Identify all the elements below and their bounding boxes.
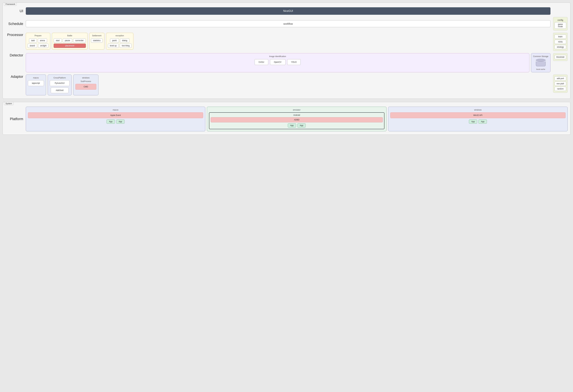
- image-id-group: Image Identification CnOcr OpenCV YOLO: [26, 53, 529, 72]
- platform-windows-group: windows Win32 API App App: [388, 107, 568, 131]
- schedule-label: Schedule: [5, 22, 23, 26]
- local-cache-label: local cache: [536, 68, 545, 70]
- placement-button[interactable]: placement: [54, 44, 86, 48]
- dialog-button[interactable]: dialog: [120, 38, 129, 43]
- processor-row: Processor Prepare task arena award arcli…: [5, 33, 568, 51]
- surrender-button[interactable]: surrender: [73, 38, 86, 43]
- prepare-buttons-row2: award arclight: [28, 44, 49, 48]
- minis-button[interactable]: minis: [555, 40, 566, 44]
- statistics-button[interactable]: statistics: [91, 38, 103, 43]
- platform-content: Platform macos Apple Event App App emula…: [5, 107, 568, 131]
- ui-label: UI: [5, 9, 23, 13]
- detector-groups: Image Identification CnOcr OpenCV YOLO C…: [26, 53, 551, 72]
- detector-side: threshold: [553, 53, 568, 72]
- win32api-button[interactable]: Win32 API: [390, 112, 566, 118]
- nicegui-bar[interactable]: NiceGUI: [26, 7, 551, 15]
- android-inner: Android ADBD App App: [209, 112, 384, 129]
- windows-app1-button[interactable]: App: [469, 120, 477, 124]
- battle-group: Battle start pause surrender placement: [52, 33, 87, 50]
- platform-macos-title: macos: [113, 109, 118, 111]
- emulator-app-buttons: App App: [288, 123, 306, 128]
- macos-app1-button[interactable]: App: [107, 120, 115, 124]
- adbshell-button[interactable]: AdbShell: [51, 87, 69, 93]
- adaptor-windows-title: windows: [82, 77, 90, 79]
- workflow-bar[interactable]: workflow: [26, 20, 551, 27]
- threshold-button[interactable]: threshold: [555, 55, 566, 59]
- prepare-buttons-row1: task arena: [28, 38, 49, 43]
- adaptor-row: Adaptor macos appscript CrossPlatform Py…: [5, 74, 568, 95]
- adaptor-side: adb port exe ptah random: [553, 74, 568, 95]
- apple-event-button[interactable]: Apple Event: [28, 112, 203, 118]
- adaptor-windows-group: windows SubProcess CMD: [73, 74, 98, 95]
- lost-thing-button[interactable]: lost thing: [120, 44, 132, 48]
- opencv-button[interactable]: OpenCV: [270, 59, 286, 65]
- pyautogui-button[interactable]: PyAutoGUI: [50, 80, 70, 86]
- settlement-buttons: statistics: [91, 38, 103, 43]
- platform-emulator-group: emulator Android ADBD App App: [207, 107, 386, 131]
- adaptor-main: macos appscript CrossPlatform PyAutoGUI …: [26, 74, 551, 95]
- platform-label: Platform: [5, 117, 23, 121]
- pause-button[interactable]: pause: [63, 38, 72, 43]
- macos-app2-button[interactable]: App: [116, 120, 125, 124]
- battle-title: Battle: [54, 35, 86, 37]
- config-title: config: [558, 19, 563, 21]
- arclight-button[interactable]: arclight: [38, 44, 49, 48]
- adaptor-config-panel: adb port exe ptah random: [553, 74, 568, 93]
- battle-buttons-row1: start pause surrender: [54, 38, 86, 43]
- prepare-group: Prepare task arena award arclight: [26, 33, 50, 50]
- exception-buttons-row1: panic dialog: [108, 38, 132, 43]
- config-panel-box: config game mode: [553, 17, 568, 31]
- adb-port-button[interactable]: adb port: [555, 76, 566, 81]
- award-button[interactable]: award: [28, 44, 37, 48]
- processor-config-panel: team minis strategy: [553, 33, 568, 51]
- strategy-button[interactable]: strategy: [555, 45, 566, 49]
- processor-label: Processor: [5, 33, 23, 51]
- common-storage-title: Common Storage: [533, 55, 548, 57]
- adaptor-label: Adaptor: [5, 74, 23, 95]
- image-id-buttons: CnOcr OpenCV YOLO: [28, 59, 527, 65]
- start-button[interactable]: start: [54, 38, 62, 43]
- system-section: System Platform macos Apple Event App Ap…: [3, 102, 570, 135]
- emulator-app1-button[interactable]: App: [288, 123, 296, 128]
- schedule-main: workflow: [26, 20, 551, 27]
- prepare-title: Prepare: [28, 35, 49, 37]
- task-button[interactable]: task: [29, 38, 37, 43]
- system-tag: System: [4, 102, 14, 105]
- detector-label: Detector: [5, 53, 23, 72]
- adaptor-subprocess-label: SubProcess: [81, 80, 91, 83]
- adaptor-macos-group: macos appscript: [26, 74, 46, 95]
- exception-buttons-row2: level up lost thing: [108, 44, 132, 48]
- processor-groups: Prepare task arena award arclight Battle: [26, 33, 551, 50]
- disk-body: [536, 61, 546, 66]
- game-mode-button[interactable]: game mode: [555, 22, 566, 29]
- windows-app-buttons: App App: [469, 120, 487, 124]
- common-storage-group: Common Storage local cache: [531, 53, 551, 72]
- adbd-button[interactable]: ADBD: [211, 117, 383, 122]
- schedule-row: Schedule workflow config game mode: [5, 17, 568, 31]
- platform-macos-group: macos Apple Event App App: [26, 107, 205, 131]
- platform-windows-title: windows: [474, 109, 482, 111]
- yolo-button[interactable]: YOLO: [287, 59, 301, 65]
- adaptor-macos-title: macos: [33, 77, 39, 79]
- level-up-button[interactable]: level up: [108, 44, 119, 48]
- platform-emulator-title: emulator: [293, 109, 301, 111]
- random-button[interactable]: random: [555, 87, 566, 91]
- appscript-button[interactable]: appscript: [28, 80, 44, 86]
- panic-button[interactable]: panic: [110, 38, 119, 43]
- adaptor-cross-group: CrossPlatform PyAutoGUI AdbShell: [48, 74, 72, 95]
- detector-main: Image Identification CnOcr OpenCV YOLO C…: [26, 53, 551, 72]
- windows-app2-button[interactable]: App: [479, 120, 487, 124]
- ui-main: NiceGUI: [26, 7, 551, 15]
- cnocr-button[interactable]: CnOcr: [254, 59, 268, 65]
- storage-icon: [536, 59, 546, 66]
- framework-section: Framework UI NiceGUI Schedule workflow c…: [3, 3, 570, 99]
- adaptor-groups: macos appscript CrossPlatform PyAutoGUI …: [26, 74, 551, 95]
- cmd-button[interactable]: CMD: [75, 84, 96, 90]
- exception-group: exception panic dialog level up lost thi…: [106, 33, 133, 50]
- exe-ptah-button[interactable]: exe ptah: [555, 82, 566, 86]
- team-button[interactable]: team: [555, 35, 566, 39]
- detector-row: Detector Image Identification CnOcr Open…: [5, 53, 568, 72]
- arena-button[interactable]: arena: [38, 38, 47, 43]
- emulator-app2-button[interactable]: App: [297, 123, 306, 128]
- adaptor-cross-title: CrossPlatform: [54, 77, 66, 79]
